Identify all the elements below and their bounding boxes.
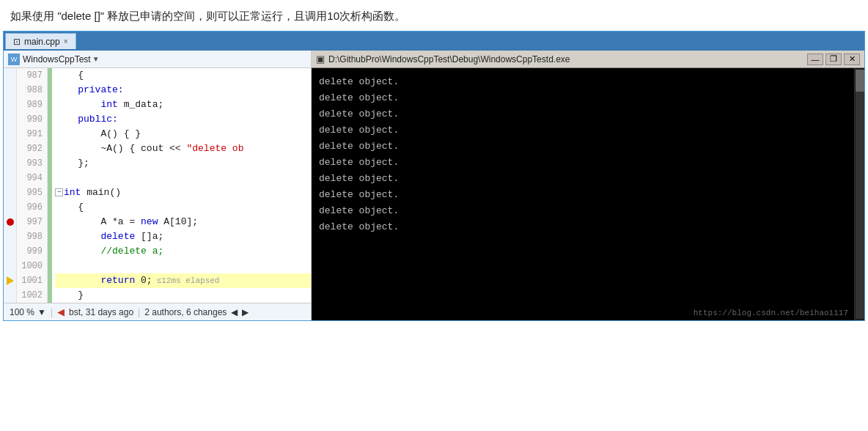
console-titlebar: ▣ D:\GithubPro\WindowsCppTest\Debug\Wind…	[312, 51, 864, 68]
output-line-1: delete object.	[319, 74, 847, 90]
ln-993: 993	[17, 156, 43, 171]
code-line-1001: return 0;≤12ms elapsed	[55, 273, 311, 288]
console-maximize-button[interactable]: ❐	[825, 54, 842, 65]
code-line-989: int m_data;	[55, 97, 311, 112]
watermark-text: https://blog.csdn.net/beihao1117	[694, 309, 848, 317]
ln-992: 992	[17, 141, 43, 156]
code-line-993: };	[55, 156, 311, 171]
description-text: 如果使用 "delete []" 释放已申请的空间，则可以正常运行，且调用10次…	[0, 0, 868, 31]
code-line-990: public:	[55, 112, 311, 127]
code-line-997: A *a = new A[10];	[55, 215, 311, 229]
line-indicators	[4, 68, 17, 303]
ind-1000	[4, 259, 16, 273]
console-window-buttons: — ❐ ✕	[807, 54, 860, 65]
git-icon: ◀	[57, 306, 65, 317]
output-line-2: delete object.	[319, 90, 847, 106]
zoom-dropdown-icon[interactable]: ▼	[37, 307, 46, 317]
output-line-4: delete object.	[319, 122, 847, 139]
ind-999	[4, 244, 16, 259]
ln-1000: 1000	[17, 259, 43, 273]
console-title-icon: ▣	[316, 54, 325, 65]
kw-return: return	[100, 275, 135, 286]
output-line-9: delete object.	[319, 203, 847, 219]
ln-990: 990	[17, 112, 43, 127]
code-panel: W WindowsCppTest ▼	[4, 51, 312, 320]
code-line-1002: }	[55, 288, 311, 303]
nav-next-icon[interactable]: ▶	[242, 307, 249, 317]
description-content: 如果使用 "delete []" 释放已申请的空间，则可以正常运行，且调用10次…	[10, 10, 405, 22]
output-line-5: delete object.	[319, 139, 847, 155]
collapse-icon[interactable]: −	[55, 188, 63, 196]
code-line-998: delete []a;	[55, 229, 311, 244]
ind-994	[4, 171, 16, 185]
code-line-991: A() { }	[55, 127, 311, 141]
tab-filename: main.cpp	[24, 37, 60, 47]
ln-995: 995	[17, 185, 43, 200]
ind-991	[4, 127, 16, 141]
kw-private: private:	[78, 84, 123, 95]
project-name: WindowsCppTest	[23, 54, 91, 65]
git-text: bst, 31 days ago	[69, 307, 133, 317]
fn-main: main()	[87, 187, 121, 198]
ln-989: 989	[17, 97, 43, 112]
ind-990	[4, 112, 16, 127]
ln-988: 988	[17, 83, 43, 97]
kw-public: public:	[78, 114, 118, 125]
ind-993	[4, 156, 16, 171]
tab-main-cpp[interactable]: ⊡ main.cpp ×	[5, 33, 76, 49]
class-end-brace: };	[78, 158, 89, 169]
code-delete-arr: []a;	[141, 231, 163, 242]
code-line-988: private:	[55, 83, 311, 97]
code-lines: { private: int m_data; public: A() { }	[52, 68, 311, 303]
comment-delete: //delete a;	[100, 246, 163, 257]
zoom-value: 100 %	[10, 307, 34, 317]
code-line-999: //delete a;	[55, 244, 311, 259]
output-line-10: delete object.	[319, 219, 847, 235]
code-line-994	[55, 171, 311, 185]
ind-987	[4, 68, 16, 83]
output-line-7: delete object.	[319, 171, 847, 187]
ind-997	[4, 215, 16, 229]
scroll-track[interactable]	[856, 70, 864, 319]
output-line-6: delete object.	[319, 155, 847, 171]
ind-998	[4, 229, 16, 244]
ln-999: 999	[17, 244, 43, 259]
ln-987: 987	[17, 68, 43, 83]
ind-992	[4, 141, 16, 156]
ind-989	[4, 97, 16, 112]
zoom-control[interactable]: 100 % ▼	[10, 307, 46, 317]
project-dropdown-icon[interactable]: ▼	[92, 55, 100, 63]
ln-991: 991	[17, 127, 43, 141]
nav-prev-icon[interactable]: ◀	[231, 307, 238, 317]
ind-988	[4, 83, 16, 97]
elapsed-time: ≤12ms elapsed	[157, 276, 220, 285]
code-line-987: {	[55, 68, 311, 83]
code-line-992: ~A() { cout << "delete ob	[55, 141, 311, 156]
code-area: 987 988 989 990 991 992 993 994 995 996 …	[4, 68, 311, 303]
var-m_data: m_data;	[124, 99, 164, 110]
ide-container: ⊡ main.cpp × W WindowsCppTest ▼	[3, 31, 865, 321]
main-panel: W WindowsCppTest ▼	[4, 51, 864, 320]
tab-close-button[interactable]: ×	[64, 37, 68, 45]
ind-1001	[4, 273, 16, 288]
kw-delete: delete	[100, 231, 135, 242]
console-body: delete object. delete object. delete obj…	[312, 68, 864, 320]
line-numbers: 987 988 989 990 991 992 993 994 995 996 …	[17, 68, 48, 303]
status-divider-1: |	[51, 307, 53, 317]
ln-996: 996	[17, 200, 43, 215]
code-toolbar: W WindowsCppTest ▼	[4, 51, 311, 68]
console-scrollbar[interactable]	[854, 68, 864, 320]
authors-text: 2 authors, 6 changes	[144, 307, 227, 317]
console-minimize-button[interactable]: —	[807, 54, 823, 65]
ln-998: 998	[17, 229, 43, 244]
code-line-1000	[55, 259, 311, 273]
console-close-button[interactable]: ✕	[844, 54, 860, 65]
status-bar: 100 % ▼ | ◀ bst, 31 days ago | 2 authors…	[4, 303, 311, 320]
destructor-a: ~A() { cout << "delete ob	[100, 143, 243, 154]
code-return-0: 0;	[141, 275, 152, 286]
ln-997: 997	[17, 215, 43, 229]
scroll-thumb[interactable]	[856, 70, 864, 92]
breakpoint-indicator	[7, 218, 14, 226]
ind-995	[4, 185, 16, 200]
code-line-996: {	[55, 200, 311, 215]
